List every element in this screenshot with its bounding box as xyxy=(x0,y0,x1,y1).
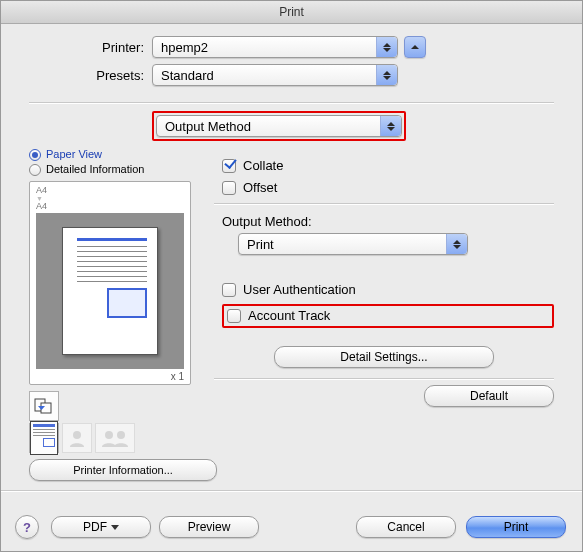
preview-pane: Paper View Detailed Information A4 ▼ A4 xyxy=(29,143,194,484)
page-layout-icon[interactable] xyxy=(29,423,59,453)
collate-label: Collate xyxy=(243,157,283,175)
collate-checkbox[interactable]: Collate xyxy=(222,157,554,175)
offset-checkbox[interactable]: Offset xyxy=(222,179,554,197)
single-user-icon[interactable] xyxy=(62,423,92,453)
divider xyxy=(1,490,582,491)
help-button[interactable]: ? xyxy=(15,515,39,539)
detail-settings-button[interactable]: Detail Settings... xyxy=(274,346,494,368)
presets-select[interactable]: Standard xyxy=(152,64,398,86)
window-title: Print xyxy=(1,1,582,24)
cancel-button[interactable]: Cancel xyxy=(356,516,456,538)
panel-select[interactable]: Output Method xyxy=(156,115,402,137)
page-thumbnail-icon xyxy=(62,227,158,355)
highlight-panel-select: Output Method xyxy=(152,111,406,141)
panel-select-value: Output Method xyxy=(165,119,251,134)
svg-point-4 xyxy=(105,431,113,439)
default-button[interactable]: Default xyxy=(424,385,554,407)
account-track-checkbox[interactable]: Account Track xyxy=(227,307,330,325)
divider xyxy=(214,378,554,379)
chevron-updown-icon xyxy=(376,37,397,57)
user-authentication-label: User Authentication xyxy=(243,281,356,299)
offset-label: Offset xyxy=(243,179,277,197)
checkbox-off-icon xyxy=(222,283,236,297)
detailed-info-label: Detailed Information xyxy=(46,162,144,177)
output-method-label: Output Method: xyxy=(222,214,554,229)
account-track-label: Account Track xyxy=(248,307,330,325)
paper-size-top: A4 xyxy=(36,186,184,195)
svg-point-3 xyxy=(73,431,81,439)
detailed-info-radio[interactable]: Detailed Information xyxy=(29,162,194,177)
printer-queue-icon[interactable] xyxy=(29,391,59,421)
paper-size-bottom: A4 xyxy=(36,202,184,211)
presets-select-value: Standard xyxy=(161,68,214,83)
chevron-up-icon xyxy=(411,45,419,49)
multi-user-icon[interactable] xyxy=(95,423,135,453)
preview-button[interactable]: Preview xyxy=(159,516,259,538)
checkbox-off-icon xyxy=(227,309,241,323)
printer-label: Printer: xyxy=(29,40,152,55)
paper-view-radio[interactable]: Paper View xyxy=(29,147,194,162)
copy-count: x 1 xyxy=(30,371,190,384)
checkbox-off-icon xyxy=(222,181,236,195)
print-dialog: Print Printer: hpemp2 Presets: Standard xyxy=(0,0,583,552)
printer-row: Printer: hpemp2 xyxy=(29,36,554,58)
radio-off-icon xyxy=(29,164,41,176)
highlight-account-track: Account Track xyxy=(222,304,554,328)
print-button[interactable]: Print xyxy=(466,516,566,538)
printer-select[interactable]: hpemp2 xyxy=(152,36,398,58)
presets-row: Presets: Standard xyxy=(29,64,554,86)
output-method-value: Print xyxy=(247,237,274,252)
radio-on-icon xyxy=(29,149,41,161)
expand-toggle-button[interactable] xyxy=(404,36,426,58)
presets-label: Presets: xyxy=(29,68,152,83)
page-preview: A4 ▼ A4 x 1 xyxy=(29,181,191,385)
user-authentication-checkbox[interactable]: User Authentication xyxy=(222,281,554,299)
printer-information-button[interactable]: Printer Information... xyxy=(29,459,217,481)
checkbox-on-icon xyxy=(222,159,236,173)
divider xyxy=(214,203,554,204)
chevron-down-icon: ▼ xyxy=(36,195,184,202)
divider xyxy=(29,102,554,103)
paper-view-label: Paper View xyxy=(46,147,102,162)
dialog-buttons: ? PDF Preview Cancel Print xyxy=(1,505,582,551)
chevron-updown-icon xyxy=(376,65,397,85)
pdf-label: PDF xyxy=(83,520,107,534)
printer-select-value: hpemp2 xyxy=(161,40,208,55)
chevron-updown-icon xyxy=(380,116,401,136)
thumbnail-buttons xyxy=(29,391,194,421)
chevron-down-icon xyxy=(111,525,119,530)
output-method-select[interactable]: Print xyxy=(238,233,468,255)
svg-point-5 xyxy=(117,431,125,439)
chevron-updown-icon xyxy=(446,234,467,254)
pdf-button[interactable]: PDF xyxy=(51,516,151,538)
